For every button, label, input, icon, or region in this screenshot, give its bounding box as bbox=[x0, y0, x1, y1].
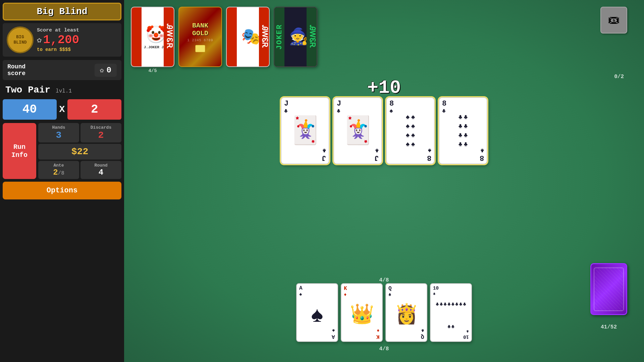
money-value: $22 bbox=[71, 146, 88, 157]
round-score-chip-icon: ✿ bbox=[100, 66, 104, 74]
discards-value: 2 bbox=[98, 130, 104, 140]
hand-card-4[interactable]: 10♣ ♣♣ ♣♣ ♣♣ ♣♣ ♣♣ 10♣ bbox=[430, 283, 472, 342]
hand-card-3-corner-br: Q♣ bbox=[421, 327, 424, 340]
played-card-1-corner-br: J ♣ bbox=[322, 147, 326, 162]
joker-slots: JOKER 🤡 J.JOKER JR. ᎯᎳᏋᎡ 4/5 BANKGOLD 1 … bbox=[131, 7, 317, 73]
bank-card-number: 1 2345 6789 bbox=[187, 39, 213, 42]
hand-name-box: Two Pair lvl.1 bbox=[3, 83, 121, 97]
played-card-4-corner-tl: 8 ♣ bbox=[442, 100, 446, 115]
chips-value: 40 bbox=[22, 103, 37, 116]
mult-value: 2 bbox=[91, 103, 98, 116]
played-card-2[interactable]: J ♣ 🃏 J ♣ bbox=[333, 97, 382, 164]
played-card-3[interactable]: 8 ♠ ♠ ♠ ♠ ♠ ♠ ♠ ♠ ♠ 8 ♠ bbox=[386, 97, 435, 164]
round-score-box: Round score ✿ 0 bbox=[3, 60, 121, 80]
score-target-value: 1,200 bbox=[43, 33, 79, 47]
voucher-icon: 🎟 bbox=[608, 13, 620, 27]
chips-box: 40 bbox=[3, 99, 57, 120]
mult-box: 2 bbox=[67, 99, 121, 120]
hand-card-4-corner: 10♣ bbox=[433, 286, 439, 296]
hand-name: Two Pair bbox=[5, 85, 50, 95]
hands-box: Hands 3 bbox=[38, 123, 79, 142]
to-earn-reward: $$$$ bbox=[59, 47, 71, 52]
run-info-label: Run Info bbox=[11, 143, 28, 159]
played-card-4-corner-br: 8 ♣ bbox=[480, 147, 484, 162]
hand-card-2-corner-br: K♦ bbox=[376, 327, 380, 340]
joker-card-colorful: JOKER 🎭 ᎯᎳᏋᎡ bbox=[226, 7, 270, 67]
played-card-2-corner-br: J ♣ bbox=[374, 147, 379, 162]
run-info-button[interactable]: Run Info bbox=[3, 123, 36, 179]
played-card-3-corner-br: 8 ♠ bbox=[427, 147, 431, 162]
to-earn-label: to earn $$$$ bbox=[37, 47, 71, 52]
hand-card-4-corner-br: 10♣ bbox=[463, 329, 469, 340]
hand-card-2-face: 👑 bbox=[341, 287, 382, 341]
joker-count: 4/5 bbox=[148, 68, 157, 73]
hand-card-1[interactable]: A♠ ♠ A♠ bbox=[296, 283, 338, 342]
stats-top-row: Hands 3 Discards 2 bbox=[38, 123, 121, 142]
hand-card-3[interactable]: Q♣ 👸 Q♣ bbox=[385, 283, 427, 342]
hand-level: lvl.1 bbox=[56, 88, 72, 94]
played-card-3-corner-tl: 8 ♠ bbox=[389, 100, 394, 115]
joker-label-3: JOKER bbox=[228, 24, 236, 50]
joker-label-dark-right: ᎯᎳᏋᎡ bbox=[308, 25, 316, 48]
deck-pattern bbox=[594, 267, 624, 311]
joker-face-3: 🎭 bbox=[241, 27, 261, 47]
round-score-value-box: ✿ 0 bbox=[95, 64, 117, 77]
hand-multiplier-row: 40 X 2 bbox=[3, 99, 121, 120]
played-card-1[interactable]: J ♣ 🃏 J ♣ bbox=[281, 97, 329, 164]
joker-slot-2[interactable]: BANKGOLD 1 2345 6789 bbox=[178, 7, 222, 67]
mult-x-separator: X bbox=[58, 104, 66, 115]
bank-chip-icon bbox=[187, 45, 213, 52]
joker-face-1: 🤡 bbox=[146, 25, 166, 45]
score-target-box: BIGBLIND Score at least ✿ 1,200 to earn … bbox=[3, 23, 121, 57]
hand-card-3-face: 👸 bbox=[386, 287, 427, 341]
round-label: Round bbox=[94, 163, 107, 168]
hands-value: 3 bbox=[56, 130, 62, 140]
hand-card-2[interactable]: K♦ 👑 K♦ bbox=[341, 283, 383, 342]
ante-value: 2/8 bbox=[53, 168, 64, 177]
hand-cards: A♠ ♠ A♠ K♦ 👑 K♦ Q♣ 👸 Q♣ 10♣ ♣♣ ♣♣ ♣♣ ♣♣ … bbox=[296, 283, 472, 342]
round-box: Round 4 bbox=[80, 161, 121, 179]
joker-card-white-1: JOKER 🤡 J.JOKER JR. ᎯᎳᏋᎡ bbox=[131, 7, 174, 67]
hand-card-2-corner: K♦ bbox=[344, 286, 347, 298]
money-box: $22 bbox=[38, 144, 121, 160]
played-card-2-corner-tl: J ♣ bbox=[337, 100, 341, 115]
joker-label-dark: JOKER bbox=[275, 24, 284, 50]
blind-title: Big Blind bbox=[37, 6, 87, 17]
score-info: Score at least ✿ 1,200 to earn $$$$ bbox=[37, 27, 79, 52]
blind-header: Big Blind bbox=[3, 3, 121, 20]
info-row: Run Info Hands 3 Discards 2 $22 Ante 2/8 bbox=[3, 123, 121, 179]
hand-card-1-corner-br: A♠ bbox=[332, 327, 335, 340]
joker-label-1: JOKER bbox=[132, 24, 141, 50]
joker-slot-1[interactable]: JOKER 🤡 J.JOKER JR. ᎯᎳᏋᎡ 4/5 bbox=[131, 7, 174, 73]
joker-card-bank: BANKGOLD 1 2345 6789 bbox=[178, 7, 222, 67]
deck-count: 41/52 bbox=[590, 324, 627, 330]
bonus-display: +10 bbox=[367, 77, 401, 99]
voucher-slot[interactable]: 🎟 bbox=[600, 7, 627, 34]
options-label: Options bbox=[47, 186, 77, 195]
round-score-label: Round score bbox=[7, 63, 25, 77]
joker-label-1-right: ᎯᎳᏋᎡ bbox=[165, 24, 173, 50]
played-hand: J ♣ 🃏 J ♣ J ♣ 🃏 J ♣ bbox=[281, 97, 487, 164]
consumables-count: 0/2 bbox=[614, 74, 624, 80]
chip-score-icon: ✿ bbox=[37, 35, 42, 45]
joker-face-dark: 🧙 bbox=[289, 27, 309, 47]
left-panel: Big Blind BIGBLIND Score at least ✿ 1,20… bbox=[0, 0, 124, 362]
round-value: 4 bbox=[99, 168, 103, 177]
options-button[interactable]: Options bbox=[3, 182, 121, 199]
joker-slot-4[interactable]: JOKER 🧙 ᎯᎳᏋᎡ bbox=[274, 7, 317, 67]
played-card-4[interactable]: 8 ♣ ♣ ♣ ♣ ♣ ♣ ♣ ♣ ♣ 8 ♣ bbox=[439, 97, 487, 164]
hand-cards-count: 4/8 bbox=[379, 346, 389, 352]
joker-slot-3[interactable]: JOKER 🎭 ᎯᎳᏋᎡ bbox=[226, 7, 270, 67]
round-score-num: 0 bbox=[107, 66, 111, 75]
ante-label: Ante bbox=[53, 163, 64, 168]
deck-back[interactable] bbox=[590, 263, 627, 315]
played-cards-count: 4/8 bbox=[379, 277, 389, 283]
ante-box: Ante 2/8 bbox=[38, 161, 79, 179]
joker-card-dark: JOKER 🧙 ᎯᎳᏋᎡ bbox=[274, 7, 317, 67]
played-card-1-corner-tl: J ♣ bbox=[284, 100, 288, 115]
hands-label: Hands bbox=[52, 125, 65, 130]
stats-grid: Hands 3 Discards 2 $22 Ante 2/8 Round 4 bbox=[38, 123, 121, 179]
bank-gold-label: BANKGOLD bbox=[187, 22, 213, 37]
discards-box: Discards 2 bbox=[80, 123, 121, 142]
chip-label: BIGBLIND bbox=[13, 35, 26, 45]
